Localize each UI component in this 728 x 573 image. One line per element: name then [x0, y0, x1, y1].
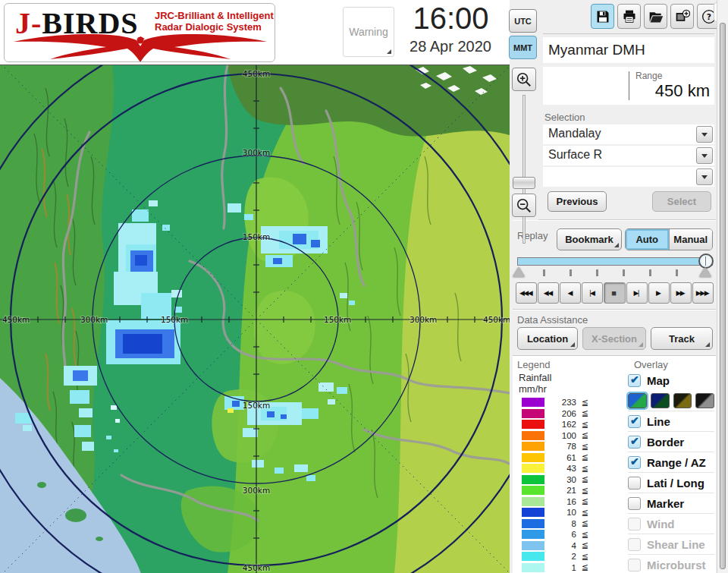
panel-divider: [543, 33, 714, 34]
replay-slider-handle[interactable]: [698, 253, 714, 269]
logo-subtitle-line1: JRC-Brilliant & Intelligent: [155, 10, 274, 21]
step-forward-icon: ▶|: [633, 289, 638, 297]
ring-label: 300km: [410, 315, 437, 324]
rewind-button[interactable]: ◀◀: [538, 282, 559, 304]
print-button[interactable]: [617, 4, 641, 29]
mmt-button[interactable]: MMT: [509, 36, 537, 59]
radar-map-canvas[interactable]: 450km 300km 150km 150km 300km 450km 450k…: [0, 65, 510, 573]
legend-le-symbol: ≦: [576, 464, 588, 474]
clock-time: 16:00: [400, 2, 502, 36]
location-button[interactable]: Location: [517, 327, 578, 350]
legend-value: 206: [544, 409, 576, 418]
play-icon: ▶: [656, 289, 660, 297]
legend-value: 43: [544, 464, 576, 473]
select-button[interactable]: Select: [652, 191, 711, 212]
play-reverse-button[interactable]: ◀: [560, 282, 581, 304]
product-dropdown-value: Surface R: [548, 148, 602, 162]
legend-value: 8: [544, 519, 576, 528]
legend-row: 206≦: [522, 408, 610, 420]
overlay-label: Wind: [647, 518, 675, 530]
bookmark-label: Bookmark: [565, 234, 613, 245]
dropdown-arrow-button[interactable]: [696, 168, 713, 185]
replay-timeline-slider[interactable]: [517, 257, 713, 266]
timeline-tick: [570, 269, 572, 276]
dropdown-arrow-button[interactable]: [696, 126, 713, 143]
overlay-row-lati-long[interactable]: Lati / Long: [628, 472, 714, 493]
ring-label: 300km: [243, 148, 270, 157]
map-style-swatch-2[interactable]: [651, 393, 670, 408]
zoom-in-button[interactable]: [512, 68, 536, 91]
utc-button[interactable]: UTC: [509, 9, 537, 33]
checkbox-unchecked-icon[interactable]: [628, 477, 641, 490]
rainfall-legend: 233≦ 206≦ 162≦ 100≦ 78≦ 61≦ 43≦ 30≦ 21≦ …: [522, 397, 610, 573]
checkbox-unchecked-icon[interactable]: [628, 497, 641, 510]
auto-mode-button[interactable]: Auto: [626, 229, 669, 250]
legend-le-symbol: ≦: [576, 552, 588, 562]
map-style-swatch-4[interactable]: [695, 393, 714, 408]
bookmark-button[interactable]: Bookmark: [557, 228, 622, 250]
radar-map[interactable]: 450km 300km 150km 150km 300km 450km 450k…: [0, 65, 510, 573]
manual-mode-button[interactable]: Manual: [669, 229, 713, 250]
checkbox-checked-icon[interactable]: [628, 415, 641, 428]
overlay-row-range-az[interactable]: Range / AZ: [628, 452, 714, 472]
legend-swatch: [522, 464, 544, 473]
overlay-label: Microburst: [647, 559, 706, 571]
legend-value: 6: [544, 530, 576, 539]
range-label: Range: [635, 71, 662, 81]
step-back-button[interactable]: |◀: [582, 282, 603, 304]
legend-swatch: [522, 431, 544, 440]
save-button[interactable]: [591, 4, 614, 29]
ring-label: 150km: [243, 232, 270, 241]
panel-resize-bar[interactable]: [720, 23, 726, 569]
legend-le-symbol: ≦: [576, 452, 588, 462]
overlay-label: Range / AZ: [647, 456, 706, 469]
legend-swatch: [522, 541, 544, 550]
rewind-fast-button[interactable]: ◀◀◀: [516, 282, 537, 304]
overlay-row-border[interactable]: Border: [628, 431, 714, 452]
forward-fast-button[interactable]: ▶▶▶: [692, 282, 714, 304]
track-label: Track: [669, 333, 695, 345]
map-style-swatch-3[interactable]: [673, 393, 692, 408]
zoom-out-button[interactable]: [512, 194, 536, 217]
step-forward-button[interactable]: ▶|: [626, 282, 648, 304]
warning-button[interactable]: Warning: [343, 7, 394, 57]
overlay-label: Border: [647, 436, 684, 449]
map-style-swatch-1[interactable]: [628, 393, 647, 408]
site-dropdown[interactable]: Mandalay: [543, 124, 714, 144]
forward-icon: ▶▶: [676, 289, 684, 297]
open-folder-button[interactable]: [644, 4, 667, 29]
overlay-row-marker[interactable]: Marker: [628, 493, 714, 513]
forward-button[interactable]: ▶▶: [670, 282, 692, 304]
legend-row: 233≦: [522, 397, 610, 408]
checkbox-checked-icon[interactable]: [628, 374, 641, 387]
zoom-slider-track[interactable]: [522, 95, 526, 244]
eagle-icon: [11, 34, 270, 62]
legend-swatch: [522, 409, 544, 418]
data-assistance-label: Data Assistance: [517, 314, 588, 326]
stop-button[interactable]: ■: [604, 282, 625, 304]
checkbox-checked-icon[interactable]: [628, 456, 641, 469]
legend-swatch: [522, 552, 544, 561]
track-button[interactable]: Track: [651, 327, 713, 350]
legend-row: 16≦: [522, 496, 610, 508]
overlay-label: Shear Line: [647, 538, 705, 551]
option-dropdown[interactable]: [543, 167, 714, 187]
overlay-row-line[interactable]: Line: [628, 411, 714, 431]
overlay-row-map[interactable]: Map: [628, 370, 714, 391]
timeline-start-marker[interactable]: [513, 267, 525, 277]
legend-le-symbol: ≦: [576, 420, 588, 430]
zoom-in-icon: [516, 71, 532, 88]
capture-add-button[interactable]: [670, 4, 694, 29]
play-reverse-icon: ◀: [568, 289, 572, 297]
play-button[interactable]: ▶: [648, 282, 670, 304]
product-dropdown[interactable]: Surface R: [543, 146, 714, 165]
x-section-button[interactable]: X-Section: [582, 327, 646, 350]
dropdown-arrow-button[interactable]: [696, 147, 713, 164]
legend-le-symbol: ≦: [576, 518, 588, 528]
zoom-slider-handle[interactable]: [513, 177, 535, 189]
checkbox-checked-icon[interactable]: [628, 436, 641, 449]
previous-button[interactable]: Previous: [548, 191, 607, 212]
stop-icon: ■: [611, 288, 617, 298]
timeline-end-marker[interactable]: [699, 267, 711, 277]
legend-value: 4: [544, 541, 576, 550]
